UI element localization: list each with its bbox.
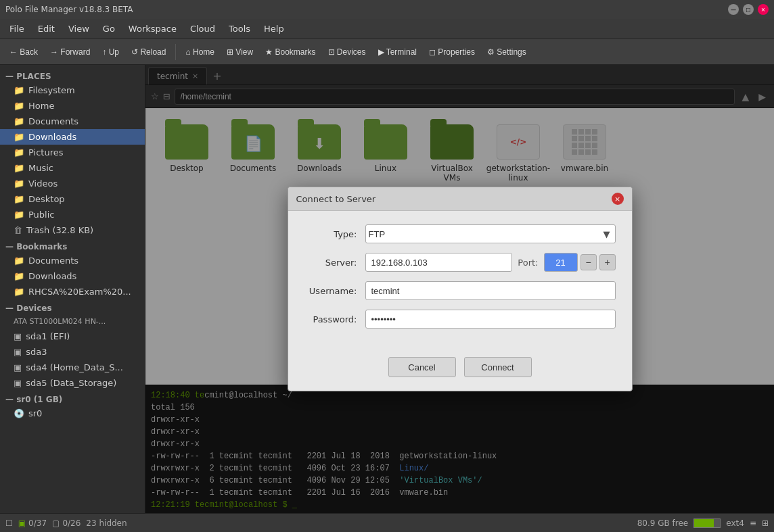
trash-icon: 🗑 xyxy=(14,225,22,235)
server-row: Server: Port: − + xyxy=(304,253,616,272)
status-right: 80.9 GB free ext4 ≡ ⊞ xyxy=(637,518,769,528)
up-button[interactable]: ↑ Up xyxy=(97,45,124,59)
type-select[interactable]: FTP SFTP SMB WebDAV NFS xyxy=(365,224,616,243)
devices-button[interactable]: ⊡ Devices xyxy=(323,45,371,59)
sidebar-item-desktop[interactable]: 📁 Desktop xyxy=(0,191,145,207)
menu-tools[interactable]: Tools xyxy=(222,21,257,37)
view-grid-icon[interactable]: ⊞ xyxy=(762,518,769,528)
sidebar-item-public[interactable]: 📁 Public xyxy=(0,207,145,222)
port-input[interactable] xyxy=(544,253,578,272)
username-input[interactable] xyxy=(365,281,616,300)
close-button[interactable]: × xyxy=(758,4,769,15)
reload-button[interactable]: ↺ Reload xyxy=(126,45,171,59)
sidebar: — PLACES 📁 Filesystem 📁 Home 📁 Documents… xyxy=(0,65,145,513)
sidebar-item-sda3[interactable]: ▣ sda3 xyxy=(0,344,145,360)
dialog-close-button[interactable]: × xyxy=(612,193,624,205)
sidebar-item-trash[interactable]: 🗑 Trash (32.8 KB) xyxy=(0,222,145,238)
type-row: Type: FTP SFTP SMB WebDAV NFS ▼ xyxy=(304,224,616,243)
type-select-wrap: FTP SFTP SMB WebDAV NFS ▼ xyxy=(365,224,616,243)
free-space-label: 80.9 GB free xyxy=(637,518,689,528)
connect-to-server-dialog: Connect to Server × Type: FTP SFTP SMB W… xyxy=(288,187,633,391)
sidebar-item-label: Desktop xyxy=(28,194,65,204)
password-input[interactable] xyxy=(365,310,616,329)
username-label: Username: xyxy=(304,286,365,296)
optical-header: — sr0 (1 GB) xyxy=(0,391,145,406)
sidebar-item-documents[interactable]: 📁 Documents xyxy=(0,114,145,129)
sidebar-item-downloads[interactable]: 📁 Downloads xyxy=(0,129,145,145)
properties-button[interactable]: ◻ Properties xyxy=(424,45,480,59)
folder-icon: 📁 xyxy=(14,287,24,297)
minimize-button[interactable]: ─ xyxy=(728,4,739,15)
folder-icon: 📁 xyxy=(14,178,24,189)
file-status-icon: ▢ xyxy=(52,518,60,528)
sidebar-item-music[interactable]: 📁 Music xyxy=(0,160,145,176)
sidebar-item-sda5[interactable]: ▣ sda5 (Data_Storage) xyxy=(0,375,145,391)
cancel-button[interactable]: Cancel xyxy=(388,357,456,377)
sidebar-item-label: sda5 (Data_Storage) xyxy=(26,378,116,388)
sidebar-item-label: sda3 xyxy=(26,347,47,357)
sidebar-item-sda1[interactable]: ▣ sda1 (EFI) xyxy=(0,329,145,344)
connect-button[interactable]: Connect xyxy=(464,357,532,377)
settings-button[interactable]: ⚙ Settings xyxy=(482,45,532,59)
sidebar-item-label: Filesystem xyxy=(28,85,75,95)
port-decrease-button[interactable]: − xyxy=(580,254,597,270)
server-input[interactable] xyxy=(365,253,513,272)
statusbar-checkbox-icon: ☐ xyxy=(5,518,13,528)
sidebar-item-bm-documents[interactable]: 📁 Documents xyxy=(0,253,145,268)
folder-icon: 📁 xyxy=(14,85,24,95)
window-controls: ─ □ × xyxy=(728,4,769,15)
toolbar: ← Back → Forward ↑ Up ↺ Reload ⌂ Home ⊞ … xyxy=(0,39,774,65)
content-area: tecmint × + ☆ ⊟ ▲ ▶ Desktop 📄 xyxy=(145,65,774,513)
fs-type-label: ext4 xyxy=(726,518,744,528)
server-label: Server: xyxy=(304,258,365,268)
sidebar-item-pictures[interactable]: 📁 Pictures xyxy=(0,145,145,160)
drive-icon: ▣ xyxy=(14,362,22,372)
folder-status-icon: ▣ xyxy=(18,518,26,528)
sidebar-item-label: Trash (32.8 KB) xyxy=(26,225,93,235)
home-button[interactable]: ⌂ Home xyxy=(180,45,220,59)
menu-cloud[interactable]: Cloud xyxy=(183,21,222,37)
sidebar-item-home[interactable]: 📁 Home xyxy=(0,98,145,114)
sidebar-item-label: RHCSА%20Exam%20... xyxy=(28,287,131,297)
bookmarks-button[interactable]: ★ Bookmarks xyxy=(260,45,321,59)
disk-header-label: ATA ST1000LM024 HN-... xyxy=(14,317,106,326)
bookmarks-header: — Bookmarks xyxy=(0,238,145,253)
drive-icon: ▣ xyxy=(14,378,22,388)
free-space-fill xyxy=(694,519,714,527)
menu-file[interactable]: File xyxy=(3,21,31,37)
menu-workspace[interactable]: Workspace xyxy=(122,21,183,37)
dialog-titlebar: Connect to Server × xyxy=(288,187,632,211)
sidebar-item-sr0[interactable]: 💿 sr0 xyxy=(0,406,145,421)
port-increase-button[interactable]: + xyxy=(599,254,616,270)
sidebar-item-videos[interactable]: 📁 Videos xyxy=(0,176,145,191)
dialog-body: Type: FTP SFTP SMB WebDAV NFS ▼ xyxy=(288,211,632,352)
sidebar-item-label: Pictures xyxy=(28,147,63,158)
menu-go[interactable]: Go xyxy=(96,21,122,37)
server-wrap: Port: − + xyxy=(365,253,616,272)
maximize-button[interactable]: □ xyxy=(743,4,754,15)
port-wrap: − + xyxy=(544,253,616,272)
folder-icon: 📁 xyxy=(14,256,24,266)
sidebar-item-label: Downloads xyxy=(28,271,76,281)
menu-edit[interactable]: Edit xyxy=(31,21,62,37)
folder-icon: 📁 xyxy=(14,101,24,111)
view-list-icon[interactable]: ≡ xyxy=(750,518,756,528)
view-button[interactable]: ⊞ View xyxy=(221,45,258,59)
sidebar-item-bm-downloads[interactable]: 📁 Downloads xyxy=(0,268,145,284)
folder-icon: 📁 xyxy=(14,271,24,281)
menu-view[interactable]: View xyxy=(62,21,96,37)
folder-count: 0/37 xyxy=(28,518,47,528)
terminal-button[interactable]: ▶ Terminal xyxy=(373,45,422,59)
back-button[interactable]: ← Back xyxy=(4,45,43,59)
sidebar-item-bm-rhcsa[interactable]: 📁 RHCSА%20Exam%20... xyxy=(0,284,145,299)
dialog-overlay: Connect to Server × Type: FTP SFTP SMB W… xyxy=(145,65,774,513)
sidebar-item-label: sr0 xyxy=(28,408,42,418)
port-label: Port: xyxy=(518,258,538,268)
sidebar-item-sda4[interactable]: ▣ sda4 (Home_Data_S... xyxy=(0,360,145,375)
main-area: — PLACES 📁 Filesystem 📁 Home 📁 Documents… xyxy=(0,65,774,513)
forward-button[interactable]: → Forward xyxy=(45,45,95,59)
sidebar-item-filesystem[interactable]: 📁 Filesystem xyxy=(0,82,145,98)
menu-help[interactable]: Help xyxy=(257,21,291,37)
free-space-bar xyxy=(693,518,721,528)
folder-icon: 📁 xyxy=(14,163,24,173)
